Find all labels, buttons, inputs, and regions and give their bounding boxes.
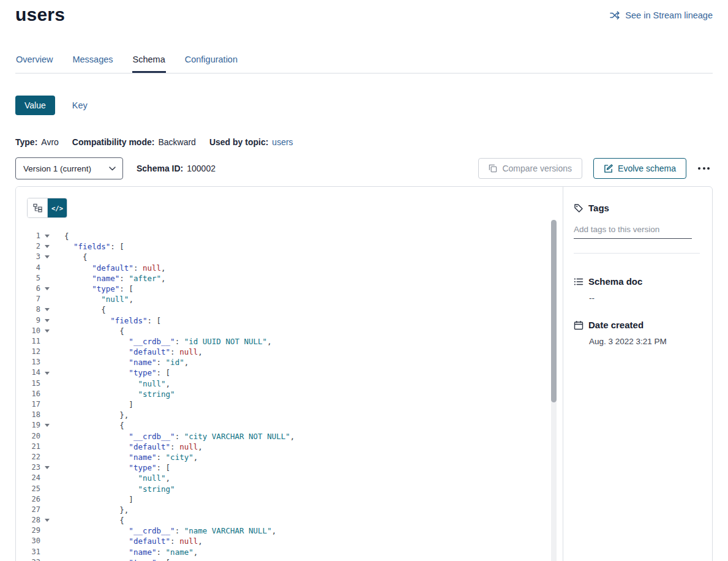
code-text: "default": null, — [56, 347, 548, 357]
line-number: 22 — [16, 452, 40, 462]
code-text: "default": null, — [56, 442, 548, 452]
code-text: "default": null, — [56, 536, 548, 546]
evolve-schema-button[interactable]: Evolve schema — [593, 158, 686, 179]
scrollbar-thumb[interactable] — [551, 220, 557, 402]
code-line: 31 "name": "name", — [16, 547, 548, 557]
fold-spacer — [40, 505, 56, 515]
fold-toggle-icon[interactable] — [40, 284, 56, 294]
code-view-button[interactable]: </> — [47, 198, 67, 217]
tags-input[interactable] — [574, 224, 692, 239]
evolve-schema-icon — [604, 164, 613, 173]
topic-link[interactable]: users — [272, 137, 293, 147]
schema-doc-section: Schema doc -- — [574, 276, 700, 303]
schema-side-panel: Tags Schema doc -- — [563, 187, 712, 561]
line-number: 5 — [16, 273, 40, 284]
fold-toggle-icon[interactable] — [40, 326, 56, 336]
fold-spacer — [40, 410, 56, 420]
code-text: }, — [56, 410, 548, 420]
compatibility-value: Backward — [158, 137, 195, 147]
code-line: 26 ] — [16, 494, 548, 505]
tag-icon — [574, 203, 584, 213]
code-line: 2 "fields": [ — [16, 241, 548, 252]
date-created-header: Date created — [574, 320, 700, 330]
code-text: }, — [56, 505, 548, 515]
fold-spacer — [40, 452, 56, 462]
fold-toggle-icon[interactable] — [40, 557, 56, 561]
tab-overview[interactable]: Overview — [15, 55, 53, 73]
stream-lineage-icon — [610, 11, 620, 20]
code-line: 23 "type": [ — [16, 462, 548, 473]
version-select[interactable]: Version 1 (current) — [15, 157, 123, 179]
fold-spacer — [40, 431, 56, 442]
line-number: 10 — [16, 326, 40, 336]
fold-toggle-icon[interactable] — [40, 515, 56, 525]
tab-messages[interactable]: Messages — [72, 55, 113, 73]
date-created-icon — [574, 320, 584, 330]
fold-spacer — [40, 547, 56, 557]
schema-meta: Type: Avro Compatibility mode: Backward … — [15, 137, 713, 147]
fold-spacer — [40, 494, 56, 505]
page-title: users — [15, 4, 65, 25]
code-line: 19 { — [16, 420, 548, 431]
schema-toolbar: Version 1 (current) Schema ID: 100002 Co… — [15, 157, 713, 179]
code-line: 24 "null", — [16, 473, 548, 483]
schema-page: users See in Stream lineage OverviewMess… — [0, 0, 728, 561]
code-line: 9 "fields": [ — [16, 315, 548, 326]
editor-scrollbar[interactable] — [551, 220, 557, 561]
code-text: "type": [ — [56, 284, 548, 294]
code-text: "fields": [ — [56, 241, 548, 252]
value-toggle-button[interactable]: Value — [15, 96, 55, 115]
code-text: { — [56, 420, 548, 431]
fold-spacer — [40, 273, 56, 284]
date-created-section: Date created Aug. 3 2022 3:21 PM — [574, 320, 700, 346]
stream-lineage-label: See in Stream lineage — [625, 10, 713, 20]
schema-editor: </> 1{2 "fields": [3 {4 "default": null,… — [16, 187, 563, 561]
fold-toggle-icon[interactable] — [40, 231, 56, 241]
code-line: 32 "type": [ — [16, 557, 548, 561]
line-number: 7 — [16, 294, 40, 304]
line-number: 13 — [16, 357, 40, 367]
type-pair: Type: Avro — [15, 137, 59, 147]
line-number: 20 — [16, 431, 40, 442]
fold-toggle-icon[interactable] — [40, 462, 56, 473]
line-number: 4 — [16, 263, 40, 273]
code-line: 11 "__crdb__": "id UUID NOT NULL", — [16, 336, 548, 347]
code-line: 14 "type": [ — [16, 367, 548, 378]
tree-view-button[interactable] — [28, 198, 47, 217]
fold-spacer — [40, 294, 56, 304]
line-number: 12 — [16, 347, 40, 357]
fold-spacer — [40, 473, 56, 483]
code-lines[interactable]: 1{2 "fields": [3 {4 "default": null,5 "n… — [16, 231, 548, 561]
schema-id: Schema ID: 100002 — [137, 164, 216, 173]
fold-spacer — [40, 336, 56, 347]
code-line: 17 ] — [16, 399, 548, 410]
compatibility-pair: Compatibility mode: Backward — [72, 137, 196, 147]
code-text: "__crdb__": "city VARCHAR NOT NULL", — [56, 431, 548, 442]
tab-configuration[interactable]: Configuration — [184, 55, 238, 73]
fold-toggle-icon[interactable] — [40, 304, 56, 315]
fold-spacer — [40, 525, 56, 536]
tab-schema[interactable]: Schema — [132, 55, 166, 73]
fold-spacer — [40, 484, 56, 494]
line-number: 25 — [16, 484, 40, 494]
tags-section: Tags — [574, 203, 700, 239]
code-line: 30 "default": null, — [16, 536, 548, 546]
tags-header: Tags — [574, 203, 700, 213]
more-options-button[interactable] — [695, 162, 713, 175]
fold-toggle-icon[interactable] — [40, 315, 56, 326]
code-line: 4 "default": null, — [16, 263, 548, 273]
fold-toggle-icon[interactable] — [40, 367, 56, 378]
key-toggle-button[interactable]: Key — [72, 100, 88, 110]
stream-lineage-link[interactable]: See in Stream lineage — [610, 10, 713, 20]
fold-toggle-icon[interactable] — [40, 420, 56, 431]
line-number: 16 — [16, 389, 40, 399]
fold-toggle-icon[interactable] — [40, 241, 56, 252]
tags-title: Tags — [588, 203, 609, 213]
fold-toggle-icon[interactable] — [40, 252, 56, 262]
schema-doc-title: Schema doc — [588, 276, 642, 287]
compare-versions-button[interactable]: Compare versions — [478, 158, 582, 179]
line-number: 2 — [16, 241, 40, 252]
fold-spacer — [40, 357, 56, 367]
line-number: 30 — [16, 536, 40, 546]
code-text: "name": "id", — [56, 357, 548, 367]
